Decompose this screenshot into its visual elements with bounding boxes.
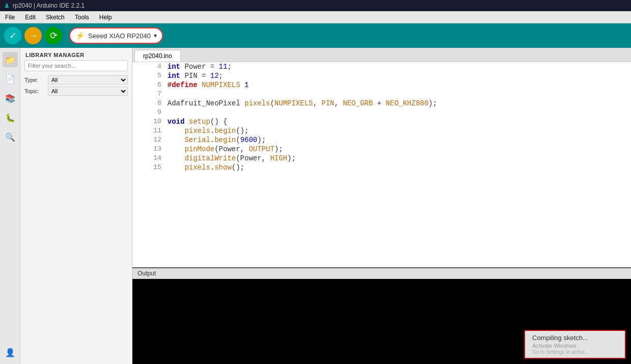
line-content-13: pinMode(Power, OUTPUT); [168, 145, 631, 154]
line-num-11: 11 [132, 126, 168, 135]
sidebar-item-user[interactable]: 👤 [3, 345, 18, 360]
line-num-7: 7 [132, 90, 168, 99]
code-line-4: 4 int Power = 11; [132, 62, 631, 71]
line-content-5: int PIN = 12; [168, 71, 631, 80]
library-manager-header: LIBRARY MANAGER [20, 48, 132, 60]
debug-button[interactable]: ⟳ [45, 27, 62, 44]
titlebar: ♟ rp2040 | Arduino IDE 2.2.1 [0, 0, 631, 11]
topic-filter-row: Topic: All [20, 86, 132, 97]
menu-edit[interactable]: Edit [23, 13, 38, 22]
library-panel: LIBRARY MANAGER Type: All Topic: All [20, 48, 132, 364]
code-line-15: 15 pixels.show(); [132, 163, 631, 172]
code-line-12: 12 Serial.begin(9600); [132, 135, 631, 145]
code-line-8: 8 Adafruit_NeoPixel pixels(NUMPIXELS, PI… [132, 99, 631, 108]
verify-button[interactable]: ✓ [4, 27, 21, 44]
sidebar-icons: 📁 📄 📚 🐛 🔍 👤 [0, 48, 20, 364]
line-num-12: 12 [132, 135, 168, 145]
type-filter-row: Type: All [20, 74, 132, 86]
type-select[interactable]: All [48, 75, 128, 85]
library-search-input[interactable] [24, 60, 128, 71]
line-content-7 [168, 90, 631, 99]
line-num-8: 8 [132, 99, 168, 108]
menu-help[interactable]: Help [97, 13, 114, 22]
line-content-8: Adafruit_NeoPixel pixels(NUMPIXELS, PIN,… [168, 99, 631, 108]
code-line-9: 9 [132, 108, 631, 117]
code-line-14: 14 digitalWrite(Power, HIGH); [132, 154, 631, 163]
line-num-13: 13 [132, 145, 168, 154]
compile-badge: Compiling sketch... Activate Windows Go … [524, 330, 626, 359]
compile-text: Compiling sketch... [532, 334, 618, 342]
output-panel: Output Compiling sketch... Activate Wind… [132, 267, 631, 364]
menubar: File Edit Sketch Tools Help [0, 11, 631, 23]
topic-label: Topic: [24, 88, 45, 94]
menu-sketch[interactable]: Sketch [44, 13, 67, 22]
line-content-11: pixels.begin(); [168, 126, 631, 135]
menu-file[interactable]: File [3, 13, 17, 22]
line-num-15: 15 [132, 163, 168, 172]
line-content-14: digitalWrite(Power, HIGH); [168, 154, 631, 163]
upload-button[interactable]: → [24, 27, 42, 44]
type-label: Type: [24, 77, 45, 83]
board-selector[interactable]: ⚡ Seeed XIAO RP2040 ▾ [69, 27, 163, 44]
code-content: 4 int Power = 11; 5 int PIN = 12; 6 #def… [132, 62, 631, 172]
line-num-6: 6 [132, 80, 168, 90]
code-editor[interactable]: 4 int Power = 11; 5 int PIN = 12; 6 #def… [132, 62, 631, 267]
window-title: rp2040 | Arduino IDE 2.2.1 [13, 2, 85, 9]
menu-tools[interactable]: Tools [73, 13, 91, 22]
code-line-7: 7 [132, 90, 631, 99]
toolbar: ✓ → ⟳ ⚡ Seeed XIAO RP2040 ▾ [0, 23, 631, 48]
app-icon: ♟ [4, 2, 10, 9]
sidebar-item-file[interactable]: 📄 [3, 71, 18, 87]
main-area: 📁 📄 📚 🐛 🔍 👤 LIBRARY MANAGER Type: All To… [0, 48, 631, 364]
sidebar-item-search[interactable]: 🔍 [3, 129, 18, 145]
sidebar-item-debug[interactable]: 🐛 [3, 110, 18, 125]
line-num-14: 14 [132, 154, 168, 163]
usb-icon: ⚡ [75, 31, 85, 40]
line-content-6: #define NUMPIXELS 1 [168, 80, 631, 90]
tab-bar: rp2040.ino [132, 48, 631, 62]
code-line-5: 5 int PIN = 12; [132, 71, 631, 80]
line-content-10: void setup() { [168, 117, 631, 126]
line-content-15: pixels.show(); [168, 163, 631, 172]
board-dropdown-arrow[interactable]: ▾ [154, 32, 157, 39]
line-content-4: int Power = 11; [168, 62, 631, 71]
code-line-10: 10 void setup() { [132, 117, 631, 126]
line-content-9 [168, 108, 631, 117]
board-name-label: Seeed XIAO RP2040 [88, 32, 151, 40]
code-line-6: 6 #define NUMPIXELS 1 [132, 80, 631, 90]
line-num-5: 5 [132, 71, 168, 80]
tab-rp2040-ino[interactable]: rp2040.ino [134, 50, 181, 62]
code-line-13: 13 pinMode(Power, OUTPUT); [132, 145, 631, 154]
sidebar-item-book[interactable]: 📚 [3, 91, 18, 106]
line-num-10: 10 [132, 117, 168, 126]
code-line-11: 11 pixels.begin(); [132, 126, 631, 135]
line-num-4: 4 [132, 62, 168, 71]
line-content-12: Serial.begin(9600); [168, 135, 631, 145]
topic-select[interactable]: All [48, 87, 128, 96]
line-num-9: 9 [132, 108, 168, 117]
output-label: Output [132, 268, 631, 279]
code-container: rp2040.ino 4 int Power = 11; 5 int PIN =… [132, 48, 631, 364]
activate-windows-text: Activate Windows Go to Settings to activ… [532, 343, 618, 355]
sidebar-item-folder[interactable]: 📁 [3, 52, 18, 67]
